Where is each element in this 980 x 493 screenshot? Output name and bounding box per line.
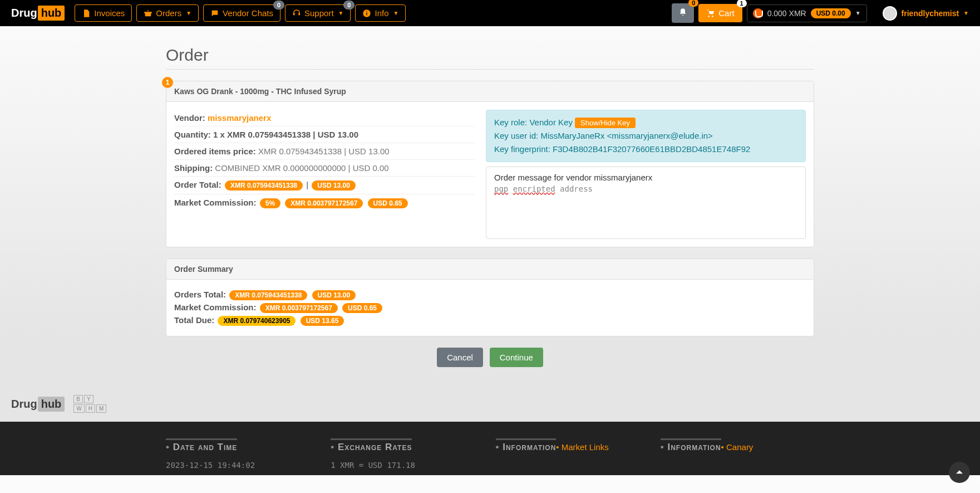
balance-usd: USD 0.00 xyxy=(811,8,851,18)
msg-body: pgp encripted address xyxy=(494,184,797,193)
summary-card: Order Summary Orders Total: XMR 0.075943… xyxy=(166,258,814,336)
order-card: 1 Kaws OG Drank - 1000mg - THC Infused S… xyxy=(166,81,814,247)
order-title: Kaws OG Drank - 1000mg - THC Infused Syr… xyxy=(166,81,814,102)
whm-badge: BY WHM xyxy=(73,395,106,413)
logo[interactable]: Drughub xyxy=(11,6,65,21)
cart-button[interactable]: Cart 1 xyxy=(698,4,742,22)
navbar: Drughub Invoices Orders▼ Vendor Chats 0 … xyxy=(0,0,980,26)
comm-xmr-pill: XMR 0.003797172567 xyxy=(285,198,363,208)
comm-pct-pill: 5% xyxy=(260,198,280,208)
cart-badge: 1 xyxy=(737,0,747,7)
vendor-link[interactable]: missmaryjanerx xyxy=(208,113,271,123)
market-links-link[interactable]: Market Links xyxy=(556,442,608,452)
cancel-button[interactable]: Cancel xyxy=(437,348,483,367)
info-icon xyxy=(362,9,371,18)
chevron-up-icon xyxy=(954,467,964,475)
balance-dropdown[interactable]: 0.000 XMR USD 0.00 ▼ xyxy=(747,4,867,22)
vendor-chats-link[interactable]: Vendor Chats 0 xyxy=(203,4,280,22)
footer: Date and Time2023-12-15 19:44:02 Exchang… xyxy=(0,422,980,475)
cart-icon xyxy=(706,9,715,18)
order-number-badge: 1 xyxy=(162,77,173,88)
svg-rect-1 xyxy=(367,12,367,15)
briefcase-icon xyxy=(144,9,152,18)
due-usd-pill: USD 13.65 xyxy=(301,316,344,326)
msg-header: Order message for vendor missmaryjanerx xyxy=(494,173,797,182)
comm-usd-pill: USD 0.65 xyxy=(368,198,408,208)
user-menu[interactable]: friendlychemist▼ xyxy=(883,6,969,21)
notifications-badge: 0 xyxy=(688,0,698,7)
due-xmr-pill: XMR 0.079740623905 xyxy=(218,316,296,326)
footer-h-rates: Exchange Rates xyxy=(331,438,412,453)
invoices-link[interactable]: Invoices xyxy=(75,4,132,22)
total-xmr-pill: XMR 0.075943451338 xyxy=(225,180,303,191)
svg-rect-2 xyxy=(367,11,367,12)
total-usd-pill: USD 13.00 xyxy=(312,180,356,191)
chat-icon xyxy=(210,9,219,18)
support-dropdown[interactable]: Support▼ 0 xyxy=(285,4,351,22)
info-dropdown[interactable]: Info▼ xyxy=(355,4,406,22)
bell-icon xyxy=(678,8,687,17)
order-message-box[interactable]: Order message for vendor missmaryjanerx … xyxy=(486,167,806,239)
canary-link[interactable]: Canary xyxy=(721,442,754,452)
footer-h-info1: Information xyxy=(496,438,557,453)
file-icon xyxy=(82,9,91,18)
notifications-button[interactable]: 0 xyxy=(672,3,694,23)
balance-xmr: 0.000 XMR xyxy=(767,9,806,18)
footer-logo-row: Drughub BY WHM xyxy=(0,389,980,418)
page-title: Order xyxy=(166,46,814,65)
support-badge: 0 xyxy=(343,1,354,9)
summary-title: Order Summary xyxy=(166,259,814,280)
continue-button[interactable]: Continue xyxy=(490,348,543,367)
xmr-icon xyxy=(753,8,763,18)
pgp-key-box: Key role: Vendor Key Show/Hide Key Key u… xyxy=(486,110,806,162)
show-hide-key-button[interactable]: Show/Hide Key xyxy=(575,118,636,128)
orders-dropdown[interactable]: Orders▼ xyxy=(136,4,199,22)
headset-icon xyxy=(292,9,301,18)
avatar xyxy=(883,6,897,21)
footer-h-datetime: Date and Time xyxy=(166,438,237,453)
vendor-chats-badge: 0 xyxy=(273,1,284,9)
footer-h-info2: Information xyxy=(661,438,721,453)
